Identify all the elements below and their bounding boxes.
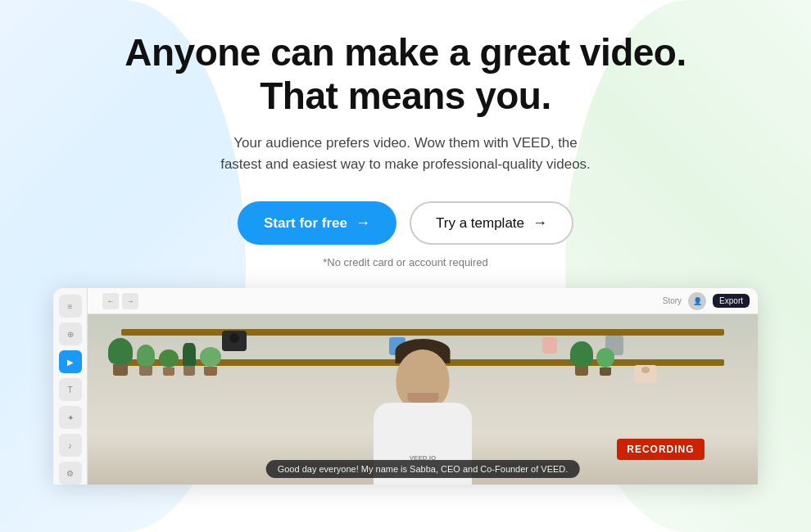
- sidebar-icon-2: ⊕: [59, 322, 82, 345]
- user-avatar: 👤: [688, 292, 706, 310]
- shelf-camera: [222, 331, 247, 351]
- redo-button[interactable]: →: [122, 293, 138, 309]
- sidebar-icon-4: ✦: [59, 406, 82, 429]
- sidebar-icon-media-active: ▶: [59, 350, 82, 373]
- app-sidebar: ≡ ⊕ ▶ T ✦ ♪ ⚙: [53, 288, 88, 485]
- app-preview-mockup: ≡ ⊕ ▶ T ✦ ♪ ⚙ ← → Story 👤 Export: [53, 288, 758, 485]
- sidebar-icon-5: ♪: [59, 434, 82, 457]
- cta-buttons-group: Start for free → Try a template →: [238, 201, 573, 245]
- plant-1: [108, 338, 133, 376]
- undo-button[interactable]: ←: [102, 293, 119, 309]
- subtitle-bar: Good day everyone! My name is Sabba, CEO…: [266, 460, 580, 478]
- export-button[interactable]: Export: [713, 294, 750, 308]
- person-head: [396, 349, 450, 411]
- start-for-free-button[interactable]: Start for free →: [238, 201, 396, 245]
- pink-mug: [542, 337, 557, 354]
- no-credit-card-text: *No credit card or account required: [323, 256, 488, 268]
- hero-title: Anyone can make a great video. That mean…: [125, 31, 686, 118]
- plant-2: [137, 345, 155, 376]
- app-topbar: ← → Story 👤 Export: [88, 288, 758, 314]
- sidebar-icon-1: ≡: [59, 295, 82, 318]
- arrow-right-icon-secondary: →: [532, 214, 547, 232]
- topbar-nav: ← →: [102, 293, 138, 309]
- plant-right-1: [570, 341, 593, 376]
- plant-group-left: [108, 314, 309, 376]
- arrow-right-icon: →: [356, 214, 370, 232]
- instax-camera: [634, 365, 657, 383]
- sidebar-icon-3: T: [59, 378, 82, 401]
- topbar-story-label: Story: [663, 296, 682, 305]
- plant-4: [183, 343, 196, 376]
- plant-3: [159, 349, 179, 376]
- recording-badge: RECORDING: [617, 439, 704, 460]
- plant-right-2: [596, 348, 614, 376]
- try-template-button[interactable]: Try a template →: [410, 201, 573, 245]
- hero-subtitle: Your audience prefers video. Wow them wi…: [217, 133, 594, 176]
- video-frame: VEED.IO RECORDING Good day everyone! My …: [88, 314, 758, 485]
- hero-section: Anyone can make a great video. That mean…: [0, 0, 811, 485]
- plant-5: [200, 347, 221, 376]
- sidebar-icon-6: ⚙: [59, 462, 82, 485]
- app-video-area: VEED.IO RECORDING Good day everyone! My …: [88, 314, 758, 485]
